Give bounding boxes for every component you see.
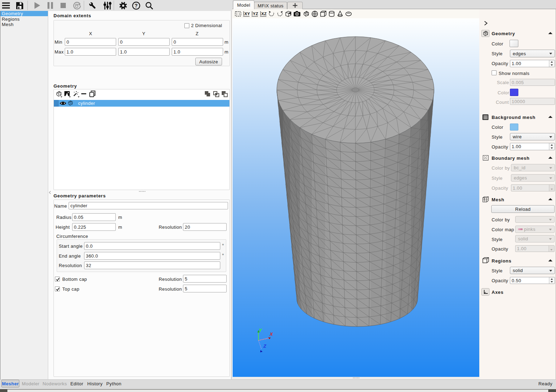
svg-text:Z: Z: [263, 343, 267, 349]
svg-text:Y: Y: [259, 328, 263, 333]
svg-text:X: X: [270, 331, 273, 337]
svg-text:YZ: YZ: [253, 12, 259, 16]
svg-text:XZ: XZ: [261, 12, 267, 16]
svg-text:XY: XY: [245, 12, 250, 16]
svg-text:?: ?: [134, 3, 138, 8]
